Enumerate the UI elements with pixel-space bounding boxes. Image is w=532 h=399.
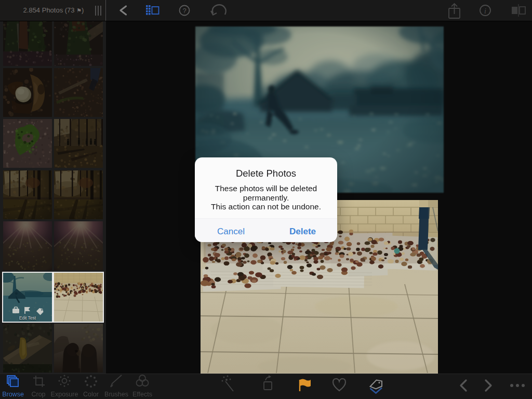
svg-text:Exposure: Exposure bbox=[51, 391, 78, 398]
svg-text:Browse: Browse bbox=[2, 391, 24, 398]
svg-text:Crop: Crop bbox=[31, 391, 45, 398]
svg-text:Color: Color bbox=[83, 391, 99, 398]
svg-text:Brushes: Brushes bbox=[104, 391, 128, 398]
svg-text:i: i bbox=[484, 7, 486, 15]
svg-text:Effects: Effects bbox=[132, 391, 152, 398]
svg-text:?: ? bbox=[182, 7, 186, 15]
